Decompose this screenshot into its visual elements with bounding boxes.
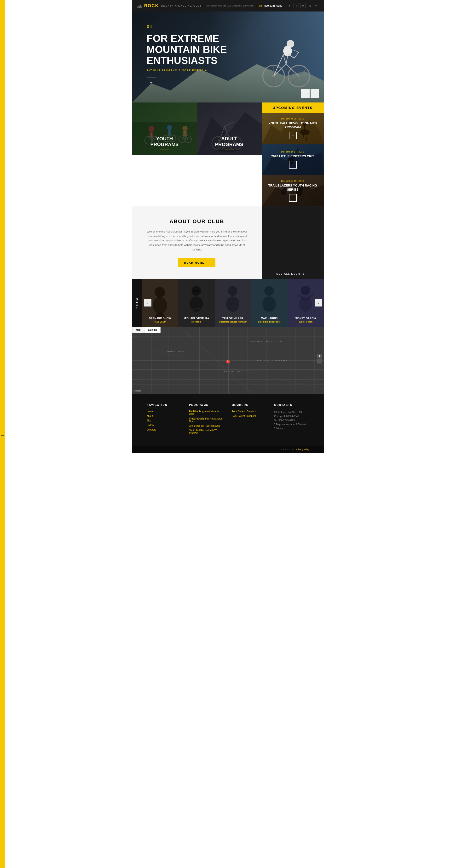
team-prev-button[interactable]: ‹ — [144, 299, 151, 307]
header-address: 28 Jackson Blvd Ste 1020 Chicago IL 6060… — [206, 5, 254, 7]
footer-programs: PROGRAMS Fat Bike Program & More for 201… — [189, 403, 225, 436]
footer-nav-blog[interactable]: Blog — [147, 419, 182, 422]
event-arrow-3[interactable]: → — [289, 194, 297, 202]
see-all-events: SEE ALL EVENTS → — [262, 207, 324, 279]
map-tab-map[interactable]: Map — [132, 327, 144, 333]
event-arrow-1[interactable]: → — [289, 132, 297, 140]
footer: NAVIGATION Home About Blog Gallery Conta… — [132, 394, 324, 446]
event-date-2: December 17, 2016 — [281, 151, 304, 153]
hero-subtitle: FAT BIKE PROGRAM & MORE FOR 2016 — [147, 69, 310, 72]
map-section: Map Satellite SUNSET — [132, 327, 324, 394]
team-next-button[interactable]: › — [315, 299, 322, 307]
twitter-icon[interactable]: t — [293, 3, 299, 8]
footer-programs-title: PROGRAMS — [189, 403, 225, 406]
footer-bottom: Rock © 2016 | Privacy Policy — [132, 446, 324, 453]
team-card-max[interactable]: COBRA9 MAX HARRIS Bike Fitting Specialis… — [251, 279, 288, 327]
footer-tel: Tel: 800-2345-6789 — [274, 418, 310, 423]
footer-nav-home[interactable]: Home — [147, 410, 182, 413]
hero-prev-button[interactable]: ‹ — [301, 89, 310, 98]
footer-nav-about[interactable]: About — [147, 415, 182, 417]
event-item-2[interactable]: December 17, 2016 2016 LITTLE CRITTERS C… — [262, 144, 324, 175]
map-label-flatbush: FLATBUSH DITMAS PARK — [257, 359, 288, 362]
programs-column: YOUTH PROGRAMS — [132, 102, 262, 207]
footer-address: 28 Jackson Blvd Ste 1020 Chicago IL 6060… — [274, 410, 310, 418]
team-role-5: Junior Coach — [299, 321, 313, 323]
event-overlay-2: December 17, 2016 2016 LITTLE CRITTERS C… — [262, 144, 324, 175]
header-tel-area: Tel: 800-2345-6789 — [259, 4, 282, 7]
map-tab-satellite[interactable]: Satellite — [144, 327, 161, 333]
team-role-2: Mechanic — [192, 321, 201, 323]
hero-cta-button[interactable]: → — [147, 78, 156, 87]
events-column: UPCOMING EVENTS — [262, 102, 324, 207]
footer-program-1[interactable]: Fat Bike Program & More for 2016 — [189, 410, 225, 415]
adult-overlay: ADULT PROGRAMS — [197, 102, 262, 155]
footer-program-2[interactable]: FREERIDERS Fall Registration Open — [189, 417, 225, 423]
event-item-1[interactable]: December 05, 2016 YOUTH FALL REVOLUTION … — [262, 113, 324, 144]
site-header: 🚲 ROCK MOUNTAIN CYCLING CLUB 28 Jackson … — [132, 0, 324, 11]
hero-section: 01 FOR EXTREME MOUNTAIN BIKE ENTHUSIASTS… — [132, 11, 324, 102]
tel-label: Tel: — [259, 4, 264, 7]
footer-nav-contacts[interactable]: Contacts — [147, 428, 182, 431]
club-name: MOUNTAIN CYCLING CLUB — [161, 5, 202, 7]
about-events-row: ABOUT OUR CLUB Welcome to the Rock Mount… — [132, 207, 324, 279]
team-card-taylor[interactable]: TAYLOR MILLER Customer Service Manager — [215, 279, 251, 327]
read-more-button[interactable]: READ MORE → — [178, 258, 215, 267]
event-title-2: 2016 LITTLE CRITTERS CRIT — [271, 154, 314, 158]
footer-program-4[interactable]: Youth Fall Revolution MTB Program — [189, 429, 225, 434]
team-section: TEAM BERNARD SHOW Head Coach — [132, 279, 324, 327]
footer-contacts: CONTACTS 28 Jackson Blvd Ste 1020 Chicag… — [274, 403, 310, 436]
hero-next-button[interactable]: › — [311, 89, 319, 98]
events-header: UPCOMING EVENTS — [262, 102, 324, 113]
instagram-icon[interactable]: ◻ — [307, 3, 312, 8]
facebook-icon[interactable]: f — [287, 3, 292, 8]
googleplus-icon[interactable]: g+ — [300, 3, 306, 8]
zoom-in-button[interactable]: + — [317, 354, 322, 359]
adult-programs-card[interactable]: ADULT PROGRAMS — [197, 102, 262, 155]
team-name-1: BERNARD SHOW — [149, 317, 171, 320]
privacy-policy-link[interactable]: Privacy Policy — [296, 448, 309, 451]
team-name-4: MAX HARRIS — [261, 317, 278, 320]
footer-contacts-title: CONTACTS — [274, 403, 310, 406]
logo-text[interactable]: ROCK — [144, 3, 159, 8]
footer-separator: | — [294, 448, 295, 451]
team-name-5: SIDNEY GARCIA — [295, 317, 316, 320]
tel-number: 800-2345-6789 — [264, 4, 282, 7]
footer-members-title: MEMBERS — [232, 403, 267, 406]
footer-member-2[interactable]: Rock Parent Handbook — [232, 415, 267, 417]
event-arrow-2[interactable]: → — [289, 161, 297, 168]
footer-program-3[interactable]: Join us for our Fall Programs — [189, 425, 225, 427]
logo-area: 🚲 ROCK MOUNTAIN CYCLING CLUB — [137, 3, 202, 8]
youth-title: YOUTH PROGRAMS — [150, 136, 179, 147]
hero-content: 01 FOR EXTREME MOUNTAIN BIKE ENTHUSIASTS… — [132, 11, 324, 99]
map-label-prospect: PROSPECT PARK SOUTH — [251, 340, 282, 343]
social-icons: f t g+ ◻ ✉ — [287, 3, 319, 8]
zoom-out-button[interactable]: − — [317, 359, 322, 364]
about-text: Welcome to the Rock Mountain Cycling Clu… — [147, 229, 247, 252]
team-overlay-4: MAX HARRIS Bike Fitting Specialist — [251, 279, 288, 327]
email-icon[interactable]: ✉ — [314, 3, 319, 8]
footer-nav-title: NAVIGATION — [147, 403, 182, 406]
adult-underline — [225, 149, 234, 149]
youth-programs-card[interactable]: YOUTH PROGRAMS — [132, 102, 197, 155]
map-controls: + − — [317, 354, 322, 364]
footer-nav-gallery[interactable]: Gallery — [147, 424, 182, 427]
map-label-kensington: KENSINGTON — [224, 370, 241, 373]
team-overlay-2: MICHAEL VENTURA Mechanic — [178, 279, 215, 327]
team-name-3: TAYLOR MILLER — [222, 317, 243, 320]
team-overlay-3: TAYLOR MILLER Customer Service Manager — [215, 279, 251, 327]
footer-navigation: NAVIGATION Home About Blog Gallery Conta… — [147, 403, 182, 436]
map-tabs: Map Satellite — [132, 327, 161, 333]
see-all-events-link[interactable]: SEE ALL EVENTS → — [276, 272, 309, 275]
hero-slide-number: 01 — [147, 24, 310, 31]
team-role-4: Bike Fitting Specialist — [258, 321, 281, 323]
footer-member-1[interactable]: Rock Code of Conduct — [232, 410, 267, 413]
map-pin: 📍 — [224, 360, 232, 367]
team-card-michael[interactable]: MICHAEL VENTURA Mechanic — [178, 279, 215, 327]
team-role-1: Head Coach — [153, 321, 166, 323]
about-title: ABOUT OUR CLUB — [169, 218, 224, 225]
hero-navigation: ‹ › — [301, 89, 319, 98]
team-name-2: MICHAEL VENTURA — [183, 317, 209, 320]
team-label: TEAM — [132, 279, 142, 327]
event-overlay-3: December 25, 2016 TRAILBLAZERS YOUTH RAC… — [262, 175, 324, 206]
event-item-3[interactable]: December 25, 2016 TRAILBLAZERS YOUTH RAC… — [262, 175, 324, 207]
